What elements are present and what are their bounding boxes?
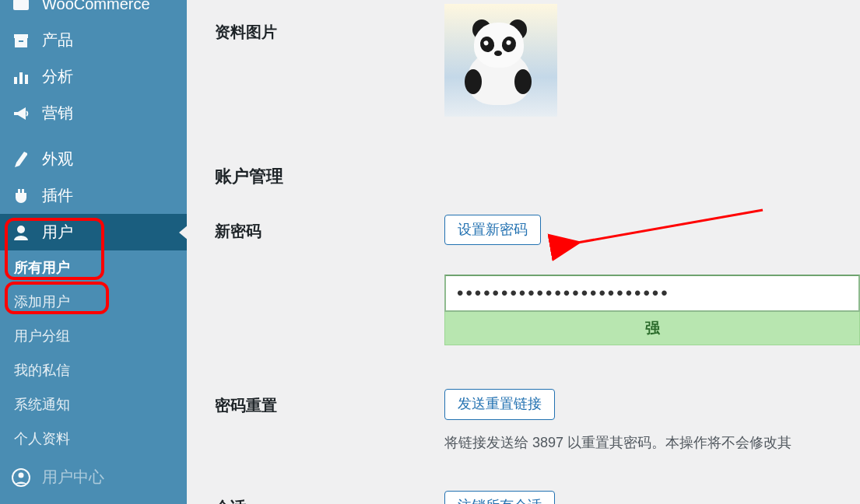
svg-line-11 xyxy=(577,210,763,243)
password-input[interactable]: •••••••••••••••••••••••• xyxy=(444,275,860,312)
label-password-reset: 密码重置 xyxy=(215,389,444,416)
woocommerce-icon xyxy=(11,0,31,14)
sidebar-item-plugins[interactable]: 插件 xyxy=(0,177,187,214)
sidebar-item-appearance[interactable]: 外观 xyxy=(0,141,187,177)
section-title-account: 账户管理 xyxy=(215,165,860,188)
label-profile-picture: 资料图片 xyxy=(215,16,444,43)
sidebar-item-label: 产品 xyxy=(42,30,73,51)
svg-rect-5 xyxy=(14,77,17,84)
label-sessions: 会话 xyxy=(215,491,444,504)
admin-sidebar: WooCommerce 产品 分析 营销 外观 xyxy=(0,0,187,504)
password-strength-indicator: 强 xyxy=(444,312,860,345)
svg-rect-0 xyxy=(13,0,29,10)
svg-rect-4 xyxy=(19,40,23,42)
sidebar-item-label: 外观 xyxy=(42,149,73,170)
submenu-item-user-groups[interactable]: 用户分组 xyxy=(0,319,187,353)
sidebar-item-products[interactable]: 产品 xyxy=(0,22,187,58)
submenu-item-system-notifications[interactable]: 系统通知 xyxy=(0,387,187,422)
sidebar-item-woocommerce[interactable]: WooCommerce xyxy=(0,0,187,22)
sidebar-item-label: 用户中心 xyxy=(42,467,104,488)
user-circle-icon xyxy=(11,467,31,488)
main-content: 资料图片 账户管理 新密码 设置新密码 ••••••••••••••••••••… xyxy=(187,0,860,504)
svg-rect-2 xyxy=(14,34,28,38)
user-icon xyxy=(11,222,31,243)
sidebar-item-user-center[interactable]: 用户中心 xyxy=(0,459,187,495)
submenu-item-all-users[interactable]: 所有用户 xyxy=(0,250,187,285)
svg-rect-7 xyxy=(25,75,28,84)
sidebar-item-analytics[interactable]: 分析 xyxy=(0,58,187,95)
svg-point-10 xyxy=(19,472,24,478)
reset-help-text: 将链接发送给 3897 以重置其密码。本操作将不会修改其 xyxy=(444,432,860,453)
svg-rect-6 xyxy=(19,72,23,84)
users-submenu: 所有用户 添加用户 用户分组 我的私信 系统通知 个人资料 xyxy=(0,250,187,456)
send-reset-link-button[interactable]: 发送重置链接 xyxy=(444,389,555,419)
sidebar-item-label: WooCommerce xyxy=(42,0,150,13)
svg-rect-3 xyxy=(15,38,27,47)
archive-icon xyxy=(11,30,31,51)
sidebar-item-users[interactable]: 用户 xyxy=(0,214,187,250)
menu-separator xyxy=(0,131,187,141)
plug-icon xyxy=(11,186,31,206)
sidebar-item-label: 营销 xyxy=(42,103,73,124)
paintbrush-icon xyxy=(11,149,31,170)
sidebar-item-marketing[interactable]: 营销 xyxy=(0,95,187,131)
submenu-item-add-user[interactable]: 添加用户 xyxy=(0,285,187,319)
label-new-password: 新密码 xyxy=(215,215,444,242)
submenu-item-profile[interactable]: 个人资料 xyxy=(0,422,187,456)
annotation-arrow xyxy=(568,205,770,254)
logout-all-sessions-button[interactable]: 注销所有会话 xyxy=(444,491,555,504)
chart-bar-icon xyxy=(11,67,31,87)
sidebar-item-label: 插件 xyxy=(42,185,73,206)
submenu-item-my-messages[interactable]: 我的私信 xyxy=(0,353,187,387)
set-new-password-button[interactable]: 设置新密码 xyxy=(444,215,541,245)
svg-point-8 xyxy=(17,226,25,233)
megaphone-icon xyxy=(11,103,31,124)
profile-picture[interactable] xyxy=(444,4,557,117)
sidebar-item-label: 用户 xyxy=(42,222,73,243)
sidebar-item-label: 分析 xyxy=(42,66,73,87)
